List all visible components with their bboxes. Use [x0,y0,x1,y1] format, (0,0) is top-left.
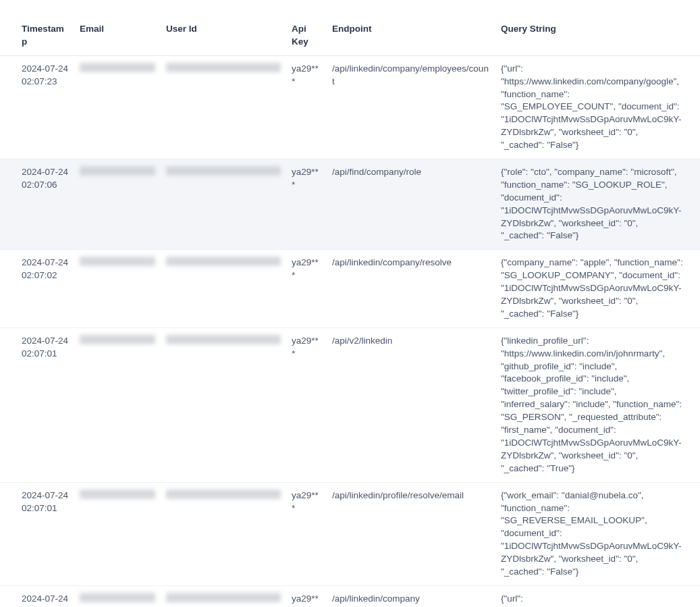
col-header-trail [689,0,700,55]
table-header-row: Timestamp Email User Id Api Key Endpoint… [0,0,700,55]
col-header-query-string[interactable]: Query String [495,0,689,55]
cell-query-string: {"company_name": "apple", "function_name… [495,250,689,327]
cell-email [74,327,161,482]
redacted-user-id [166,593,281,602]
redacted-user-id [166,257,281,266]
cell-timestamp: 2024-07-24 02:07:02 [16,250,74,327]
redacted-email [80,490,155,499]
table-row[interactable]: 2024-07-24 02:07:01ya29***/api/v2/linked… [0,327,700,482]
cell-user-id [161,482,286,585]
cell-lead [0,482,16,585]
cell-lead [0,250,16,327]
col-header-timestamp[interactable]: Timestamp [16,0,74,55]
cell-api-key: ya29*** [286,585,327,607]
redacted-email [80,593,155,602]
cell-endpoint: /api/linkedin/profile/resolve/email [327,482,495,585]
cell-user-id [161,55,286,159]
redacted-email [80,166,155,176]
col-header-email[interactable]: Email [74,0,161,55]
cell-api-key: ya29*** [286,159,327,250]
cell-endpoint: /api/linkedin/company [327,585,495,607]
cell-timestamp: 2024-07-24 02:07:23 [16,55,74,159]
table-row[interactable]: 2024-07-24 02:07:01ya29***/api/linkedin/… [0,585,700,607]
table-row[interactable]: 2024-07-24 02:07:06ya29***/api/find/comp… [0,159,700,250]
col-header-user-id[interactable]: User Id [161,0,286,55]
col-header-lead [0,0,16,55]
cell-lead [0,159,16,250]
cell-user-id [161,159,286,250]
redacted-email [80,257,155,266]
cell-endpoint: /api/linkedin/company/resolve [327,250,495,327]
cell-endpoint: /api/linkedin/company/employees/count [327,55,495,159]
cell-user-id [161,585,286,607]
cell-email [74,585,161,607]
table-row[interactable]: 2024-07-24 02:07:02ya29***/api/linkedin/… [0,250,700,327]
col-header-api-key[interactable]: Api Key [286,0,327,55]
cell-query-string: {"work_email": "danial@nubela.co", "func… [495,482,689,585]
cell-trail [689,585,700,607]
cell-timestamp: 2024-07-24 02:07:06 [16,159,74,250]
cell-lead [0,55,16,159]
cell-query-string: {"url": "https://www.linkedin.com/compan… [495,585,689,607]
redacted-user-id [166,166,281,176]
cell-lead [0,585,16,607]
cell-endpoint: /api/v2/linkedin [327,327,495,482]
cell-timestamp: 2024-07-24 02:07:01 [16,482,74,585]
cell-query-string: {"role": "cto", "company_name": "microso… [495,159,689,250]
cell-email [74,482,161,585]
cell-email [74,250,161,327]
redacted-user-id [166,490,281,499]
table-row[interactable]: 2024-07-24 02:07:01ya29***/api/linkedin/… [0,482,700,585]
table-row[interactable]: 2024-07-24 02:07:23ya29***/api/linkedin/… [0,55,700,159]
redacted-email [80,63,155,72]
cell-email [74,55,161,159]
col-header-endpoint[interactable]: Endpoint [327,0,495,55]
cell-trail [689,327,700,482]
redacted-user-id [166,63,281,72]
cell-user-id [161,327,286,482]
cell-trail [689,482,700,585]
cell-trail [689,159,700,250]
cell-timestamp: 2024-07-24 02:07:01 [16,585,74,607]
cell-api-key: ya29*** [286,327,327,482]
cell-query-string: {"url": "https://www.linkedin.com/compan… [495,55,689,159]
redacted-email [80,335,155,344]
cell-endpoint: /api/find/company/role [327,159,495,250]
cell-api-key: ya29*** [286,250,327,327]
cell-api-key: ya29*** [286,482,327,585]
cell-trail [689,55,700,159]
cell-trail [689,250,700,327]
cell-query-string: {"linkedin_profile_url": "https://www.li… [495,327,689,482]
cell-timestamp: 2024-07-24 02:07:01 [16,327,74,482]
cell-user-id [161,250,286,327]
cell-lead [0,327,16,482]
api-log-table: Timestamp Email User Id Api Key Endpoint… [0,0,700,607]
cell-api-key: ya29*** [286,55,327,159]
redacted-user-id [166,335,281,344]
api-log-table-wrap: Timestamp Email User Id Api Key Endpoint… [0,0,700,607]
cell-email [74,159,161,250]
